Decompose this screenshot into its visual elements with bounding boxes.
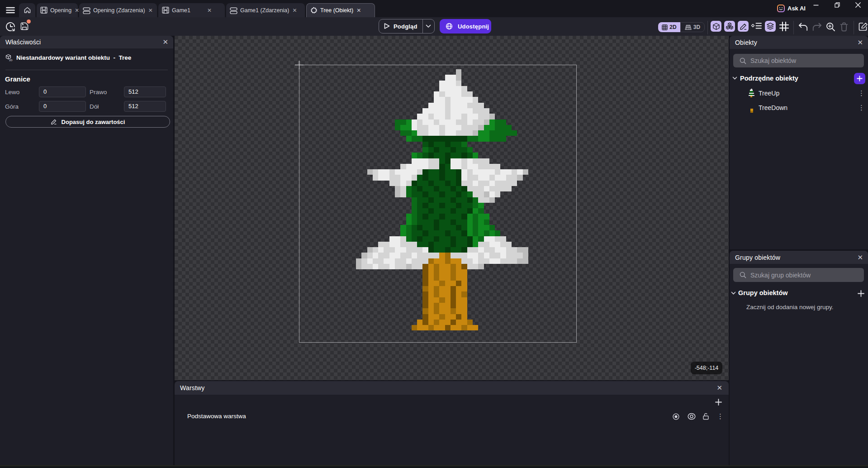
svg-text:2D: 2D [9, 59, 13, 61]
